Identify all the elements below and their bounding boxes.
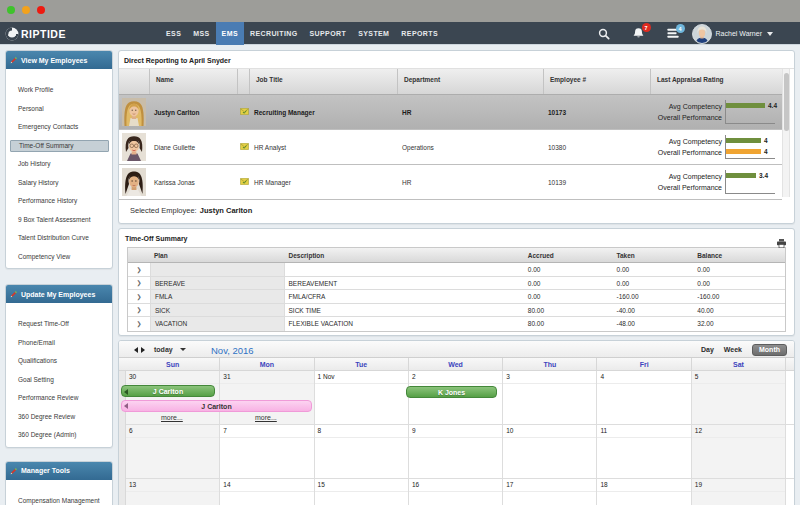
sidebar-item-personal[interactable]: Personal (6, 100, 112, 119)
sidebar-item-performance-history[interactable]: Performance History (6, 192, 112, 211)
nav-item-mss[interactable]: MSS (187, 22, 215, 45)
calendar-view-day[interactable]: Day (701, 346, 714, 353)
employee-col-header-employee-[interactable]: Employee # (544, 69, 651, 94)
calendar-cell-10[interactable]: 10 (503, 425, 597, 478)
calendar-cell-4[interactable]: 4 (597, 371, 691, 424)
sidebar-item-competency-view[interactable]: Competency View (6, 248, 112, 267)
employee-row-diane-gullette[interactable]: Diane GulletteHR AnalystOperations10380A… (119, 130, 782, 165)
tasks-icon[interactable]: 4 (667, 28, 679, 39)
calendar-cell-8[interactable]: 8 (315, 425, 409, 478)
employee-mail-cell[interactable] (238, 108, 250, 116)
calendar-cell-15[interactable]: 15 (315, 479, 409, 505)
calendar-more-link[interactable]: more... (255, 414, 277, 421)
calendar-cell-3[interactable]: 3 (503, 371, 597, 424)
sidebar-item-request-time-off[interactable]: Request Time-Off (6, 315, 112, 334)
calendar-today-caret-icon[interactable] (180, 348, 186, 351)
employee-col-header-blank[interactable] (238, 69, 250, 94)
window-control-minimize-dot[interactable] (22, 6, 30, 14)
sidebar-section-header[interactable]: Update My Employees (6, 285, 112, 303)
employee-col-header-job-title[interactable]: Job Title (250, 69, 398, 94)
calendar-cell-18[interactable]: 18 (597, 479, 691, 505)
employee-row-karissa-jonas[interactable]: Karissa JonasHR ManagerHR10139Avg Compet… (119, 165, 782, 200)
calendar-cell-9[interactable]: 9 (409, 425, 503, 478)
window-control-close-dot[interactable] (7, 6, 15, 14)
calendar-cell-5[interactable]: 5 (692, 371, 786, 424)
employee-row-justyn-carlton[interactable]: Justyn CarltonRecruiting ManagerHR10173A… (119, 95, 782, 130)
nav-item-system[interactable]: SYSTEM (352, 22, 395, 45)
timeoff-row-expander-icon[interactable]: ❯ (128, 304, 150, 317)
timeoff-col-header-accrued[interactable]: Accrued (524, 248, 613, 262)
sidebar-item-work-profile[interactable]: Work Profile (6, 81, 112, 100)
timeoff-row-vacation[interactable]: ❯VACATIONFLEXIBLE VACATION80.00-48.0032.… (128, 317, 785, 331)
employee-mail-cell[interactable] (238, 143, 250, 151)
timeoff-col-header-description[interactable]: Description (285, 248, 524, 262)
sidebar-item-talent-distribution-curve[interactable]: Talent Distribution Curve (6, 229, 112, 248)
nav-item-ess[interactable]: ESS (160, 22, 187, 45)
calendar-event-k-jones[interactable]: K Jones (406, 386, 497, 398)
user-avatar[interactable] (692, 24, 712, 44)
calendar-cell-7[interactable]: 7 (220, 425, 314, 478)
timeoff-col-header-blank[interactable] (128, 248, 150, 262)
employee-col-header-department[interactable]: Department (398, 69, 544, 94)
window-control-zoom-dot[interactable] (37, 6, 45, 14)
mail-icon[interactable] (240, 178, 249, 185)
sidebar-item-job-history[interactable]: Job History (6, 155, 112, 174)
employee-col-header-name[interactable]: Name (150, 69, 238, 94)
calendar-today-button[interactable]: today (154, 346, 173, 353)
nav-item-reports[interactable]: REPORTS (395, 22, 444, 45)
brand-logo[interactable]: RIPTIDE (5, 22, 66, 45)
sidebar-item-360-degree-review[interactable]: 360 Degree Review (6, 408, 112, 427)
timeoff-row-expander-icon[interactable]: ❯ (128, 263, 150, 276)
sidebar-item-salary-history[interactable]: Salary History (6, 174, 112, 193)
timeoff-row-sick[interactable]: ❯SICKSICK TIME80.00-40.0040.00 (128, 304, 785, 318)
sidebar-item-goal-setting[interactable]: Goal Setting (6, 371, 112, 390)
employee-col-header-last-appraisal-rating[interactable]: Last Appraisal Rating (651, 69, 782, 94)
sidebar-section-header[interactable]: Manager Tools (6, 462, 112, 480)
calendar-cell-17[interactable]: 17 (503, 479, 597, 505)
search-icon[interactable] (598, 28, 610, 40)
sidebar-item-time-off-summary[interactable]: Time-Off Summary (10, 140, 109, 152)
calendar-cell-11[interactable]: 11 (597, 425, 691, 478)
timeoff-col-header-balance[interactable]: Balance (693, 248, 785, 262)
calendar-cell-1-nov[interactable]: 1 Nov (315, 371, 409, 424)
employee-grid-scrollbar[interactable] (782, 69, 790, 197)
calendar-event-j-carlton[interactable]: J Carlton (121, 385, 215, 397)
calendar-view-week[interactable]: Week (724, 346, 742, 353)
timeoff-row-expander-icon[interactable]: ❯ (128, 290, 150, 303)
mail-icon[interactable] (240, 108, 249, 115)
calendar-cell-16[interactable]: 16 (409, 479, 503, 505)
timeoff-col-header-plan[interactable]: Plan (150, 248, 285, 262)
timeoff-row-expander-icon[interactable]: ❯ (128, 317, 150, 331)
mail-icon[interactable] (240, 143, 249, 150)
calendar-more-link[interactable]: more... (161, 414, 183, 421)
calendar-cell-6[interactable]: 6 (126, 425, 220, 478)
sidebar-item-9-box-talent-assessment[interactable]: 9 Box Talent Assessment (6, 211, 112, 230)
timeoff-row-fmla[interactable]: ❯FMLAFMLA/CFRA0.00-160.00-160.00 (128, 290, 785, 304)
timeoff-row-blank[interactable]: ❯0.000.000.00 (128, 263, 785, 277)
calendar-cell-13[interactable]: 13 (126, 479, 220, 505)
nav-item-ems[interactable]: EMS (216, 22, 244, 45)
scrollbar-thumb[interactable] (784, 73, 789, 131)
calendar-cell-12[interactable]: 12 (692, 425, 786, 478)
sidebar-item-qualifications[interactable]: Qualifications (6, 352, 112, 371)
user-menu-caret-icon[interactable] (767, 32, 773, 36)
calendar-next-icon[interactable] (141, 347, 145, 353)
sidebar-section-header[interactable]: View My Employees (6, 51, 112, 69)
print-icon[interactable] (777, 234, 786, 252)
calendar-prev-icon[interactable] (134, 347, 138, 353)
calendar-view-month[interactable]: Month (752, 344, 787, 356)
calendar-cell-14[interactable]: 14 (220, 479, 314, 505)
nav-item-recruiting[interactable]: RECRUITING (244, 22, 304, 45)
sidebar-item-phone-email[interactable]: Phone/Email (6, 334, 112, 353)
bell-icon[interactable]: 7 (632, 27, 645, 40)
timeoff-row-expander-icon[interactable]: ❯ (128, 277, 150, 290)
employee-col-header-blank[interactable] (119, 69, 150, 94)
calendar-cell-19[interactable]: 19 (692, 479, 786, 505)
calendar-event-j-carlton[interactable]: J Carlton (121, 400, 312, 412)
sidebar-item-emergency-contacts[interactable]: Emergency Contacts (6, 118, 112, 137)
sidebar-item-360-degree-admin-[interactable]: 360 Degree (Admin) (6, 426, 112, 445)
timeoff-row-bereave[interactable]: ❯BEREAVEBEREAVEMENT0.000.000.00 (128, 277, 785, 291)
sidebar-item-performance-review[interactable]: Performance Review (6, 389, 112, 408)
employee-mail-cell[interactable] (238, 178, 250, 186)
nav-item-support[interactable]: SUPPORT (304, 22, 353, 45)
